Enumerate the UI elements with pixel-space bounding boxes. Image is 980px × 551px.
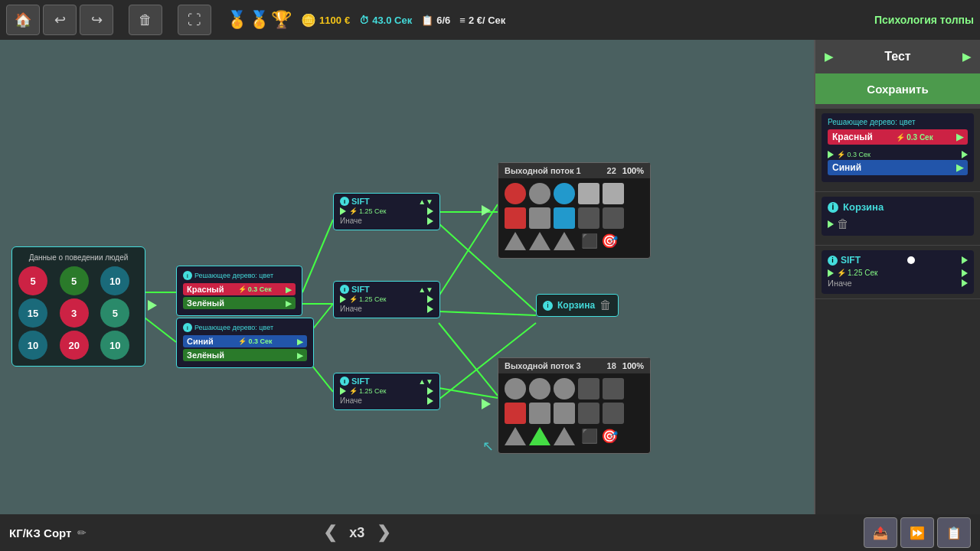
rp-dtree-red-arrow: ▶ — [956, 132, 963, 142]
sift3-inache-row: Иначе — [340, 396, 433, 405]
export-button-2[interactable]: ⏩ — [900, 517, 934, 548]
sift-node-2[interactable]: i SIFT ▲▼ ⚡1.25 Сек Иначе — [333, 281, 440, 318]
sift1-inache-row: Иначе — [340, 217, 433, 225]
people-cell-6: 10 — [18, 331, 47, 360]
undo-button[interactable]: ↩ — [43, 5, 77, 35]
output3-gray-sq2 — [554, 403, 575, 424]
basket-canvas-info: i — [543, 301, 553, 311]
rp-dtree-red-timer: ⚡0.3 Сек — [896, 133, 933, 142]
group-button[interactable]: ⛶ — [178, 5, 211, 35]
sift2-sort-arrows: ▲▼ — [418, 285, 433, 294]
sift1-header: i SIFT ▲▼ — [340, 197, 433, 206]
delete-button[interactable]: 🗑 — [129, 5, 162, 35]
rp-basket-label: Корзина — [843, 201, 884, 213]
rp-dtree-title: Решающее дерево: цвет — [828, 118, 915, 126]
gold-icon: 🪙 — [301, 13, 316, 28]
timer-icon: ⏱ — [359, 15, 369, 26]
multiplier-value: x3 — [349, 525, 364, 541]
rp-basket-node[interactable]: i Корзина 🗑 — [822, 197, 974, 236]
sift2-play-icon — [340, 295, 346, 303]
dtree-node-2[interactable]: i Решающее дерево: цвет Синий ⚡0.3 Сек ▶… — [176, 318, 314, 368]
sift1-inache-label: Иначе — [340, 217, 362, 225]
output1-count: 22 — [607, 166, 616, 175]
output1-body: ⬛ 🎯 — [498, 178, 650, 258]
people-cell-7: 20 — [60, 331, 89, 360]
output1-play-connector[interactable] — [482, 205, 491, 216]
output1-tri2 — [529, 232, 550, 250]
rp-dtree-row-blue: Синий ▶ — [828, 160, 968, 175]
edit-icon[interactable]: ✏ — [77, 527, 87, 539]
sift2-inache-row: Иначе — [340, 305, 433, 313]
medal-1: 🏅 — [227, 10, 247, 30]
output3-play-connector[interactable] — [482, 399, 491, 409]
sift-node-1[interactable]: i SIFT ▲▼ ⚡1.25 Сек Иначе — [333, 193, 440, 230]
output3-tri-green — [529, 427, 550, 445]
rp-sift-section: i SIFT ⚡1.25 Сек Иначе — [815, 246, 980, 299]
dtree2-green-label: Зелёный — [187, 350, 224, 360]
timer-stat: ⏱ 43.0 Сек — [359, 15, 412, 26]
rp-sift-title-area: i SIFT — [828, 255, 861, 266]
sift2-title: i SIFT — [340, 285, 370, 294]
redo-button[interactable]: ↪ — [80, 5, 113, 35]
save-button[interactable]: Сохранить — [815, 73, 980, 104]
output1-shape-blue-circle — [554, 183, 575, 204]
home-button[interactable]: 🏠 — [6, 5, 40, 35]
rp-basket-info: i — [828, 202, 838, 213]
rp-sift-label: SIFT — [841, 255, 861, 266]
people-node-title: Данные о поведении людей — [18, 253, 139, 262]
sift1-sort-arrows: ▲▼ — [418, 197, 433, 206]
dtree1-row-green: Зелёный ▶ — [183, 297, 296, 309]
dtree2-arrow: ▶ — [297, 337, 303, 346]
rp-dtree-node[interactable]: Решающее дерево: цвет Красный ⚡0.3 Сек ▶… — [822, 113, 974, 182]
cursor-indicator: ↖ — [482, 438, 494, 455]
basket-node-canvas[interactable]: i Корзина 🗑 — [536, 294, 619, 317]
test-button[interactable]: ▶ Тест ▶ — [815, 40, 980, 73]
svg-line-2 — [302, 220, 333, 292]
export-button-1[interactable]: 📤 — [864, 517, 897, 548]
output1-tri1 — [505, 232, 526, 250]
dtree1-header: i Решающее дерево: цвет — [183, 271, 296, 280]
sift1-timer: ⚡1.25 Сек — [349, 207, 386, 215]
rp-sift-inache-row: Иначе — [828, 279, 968, 288]
gold-value: 1100 — [319, 15, 341, 26]
sift2-out-connector — [427, 295, 433, 303]
next-button[interactable]: ❯ — [377, 523, 390, 543]
svg-line-8 — [439, 204, 498, 296]
output3-body: ⬛ 🎯 — [498, 373, 650, 453]
output3-tri3 — [554, 427, 575, 445]
output1-title: Выходной поток 1 — [505, 166, 581, 175]
dtree-node-1[interactable]: i Решающее дерево: цвет Красный ⚡0.3 Сек… — [176, 266, 302, 316]
basket-canvas-trash[interactable]: 🗑 — [599, 298, 612, 312]
test-play-icon: ▶ — [825, 51, 833, 63]
rp-timer-arrow — [962, 151, 968, 158]
sift3-inache-connector — [427, 397, 433, 405]
rp-sift-header: i SIFT — [828, 255, 968, 266]
rp-basket-section: i Корзина 🗑 — [815, 192, 980, 246]
dtree2-row-green: Зелёный ▶ — [183, 349, 307, 361]
rp-basket-trash[interactable]: 🗑 — [837, 217, 849, 231]
sift3-label: SIFT — [351, 377, 370, 386]
sift-node-3[interactable]: i SIFT ▲▼ ⚡1.25 Сек Иначе — [333, 373, 440, 410]
output1-row2 — [505, 207, 644, 229]
rp-dtree-red-label: Красный — [832, 132, 873, 142]
output3-stats: 18 100% — [607, 361, 644, 370]
rp-timer-val: ⚡ 0.3 Сек — [837, 151, 871, 158]
rp-sift-arrow — [962, 256, 968, 264]
output1-row3: ⬛ 🎯 — [505, 232, 644, 250]
rp-dtree-blue-arrow: ▶ — [956, 162, 963, 173]
sift2-timer-row: ⚡1.25 Сек — [340, 295, 433, 303]
rp-basket-play — [828, 220, 834, 228]
main-canvas[interactable]: Данные о поведении людей 5 5 10 15 3 5 1… — [0, 40, 814, 514]
rp-sift-node[interactable]: i SIFT ⚡1.25 Сек Иначе — [822, 250, 974, 294]
bottom-nav: ❮ x3 ❯ — [323, 523, 390, 543]
page-title: Психология толпы — [874, 14, 974, 26]
people-cell-8: 10 — [100, 331, 129, 360]
output3-row3: ⬛ 🎯 — [505, 427, 644, 445]
output3-shape-gray-c2 — [529, 378, 550, 399]
sift2-inache-label: Иначе — [340, 305, 362, 313]
output1-shape-red-sq — [505, 207, 526, 229]
prev-button[interactable]: ❮ — [323, 523, 337, 543]
rp-sift-out — [962, 269, 968, 277]
export-button-3[interactable]: 📋 — [937, 517, 971, 548]
output1-shape-gray-sq2 — [603, 183, 624, 204]
